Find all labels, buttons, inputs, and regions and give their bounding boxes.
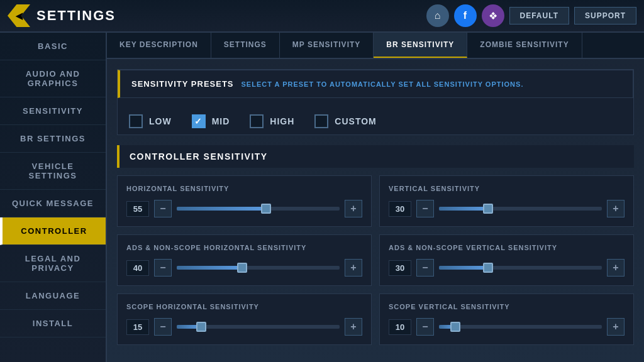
presets-title: SENSITIVITY PRESETS	[131, 79, 234, 89]
ads-horizontal-sensitivity-value: 40	[126, 260, 149, 276]
scope-vertical-sensitivity-card: SCOPE VERTICAL SENSITIVITY 10 − +	[379, 293, 634, 345]
horizontal-sensitivity-title: HORIZONTAL SENSITIVITY	[126, 185, 362, 192]
preset-custom-label: CUSTOM	[335, 116, 376, 126]
horizontal-sensitivity-value: 55	[126, 201, 149, 217]
horizontal-sensitivity-control: 55 − +	[126, 200, 362, 217]
sidebar-item-language[interactable]: LANGUAGE	[0, 282, 106, 310]
horizontal-sensitivity-slider[interactable]	[177, 207, 340, 211]
ads-vertical-sensitivity-value: 30	[389, 260, 411, 276]
vertical-sensitivity-slider[interactable]	[439, 207, 602, 211]
vertical-sensitivity-card: VERTICAL SENSITIVITY 30 − +	[379, 175, 634, 227]
presets-header: SENSITIVITY PRESETS SELECT A PRESET TO A…	[118, 70, 633, 98]
ads-vertical-sensitivity-control: 30 − +	[389, 259, 625, 277]
sidebar-item-audio-graphics[interactable]: AUDIO AND GRAPHICS	[0, 60, 106, 97]
ads-horizontal-sensitivity-card: ADS & NON-SCOPE HORIZONTAL SENSITIVITY 4…	[117, 234, 372, 286]
scope-horizontal-sensitivity-card: SCOPE HORIZONTAL SENSITIVITY 15 − +	[117, 293, 372, 345]
preset-high-label: HIGH	[270, 116, 294, 126]
scope-vertical-sensitivity-title: SCOPE VERTICAL SENSITIVITY	[389, 303, 625, 310]
back-button[interactable]: ◀	[8, 4, 30, 27]
ads-horizontal-sensitivity-slider[interactable]	[177, 266, 340, 270]
horizontal-sensitivity-thumb	[261, 204, 271, 214]
preset-high[interactable]: HIGH	[250, 114, 294, 128]
ads-horizontal-sensitivity-title: ADS & NON-SCOPE HORIZONTAL SENSITIVITY	[126, 244, 362, 251]
scope-vertical-sensitivity-plus[interactable]: +	[607, 318, 625, 336]
vertical-sensitivity-control: 30 − +	[389, 200, 625, 217]
default-button[interactable]: DEFAULT	[509, 7, 569, 25]
vertical-sensitivity-minus[interactable]: −	[416, 200, 434, 217]
vertical-sensitivity-thumb	[483, 204, 493, 214]
ads-horizontal-sensitivity-fill	[177, 266, 242, 270]
tab-bar: KEY DESCRIPTION SETTINGS MP SENSITIVITY …	[107, 33, 644, 59]
gem-icon[interactable]: ❖	[482, 4, 504, 27]
ads-vertical-sensitivity-title: ADS & NON-SCOPE VERTICAL SENSITIVITY	[389, 244, 625, 251]
sidebar-item-install[interactable]: INSTALL	[0, 310, 106, 337]
support-button[interactable]: SUPPORT	[574, 7, 636, 25]
scope-horizontal-sensitivity-title: SCOPE HORIZONTAL SENSITIVITY	[126, 303, 362, 310]
sidebar-item-sensitivity[interactable]: SENSITIVITY	[0, 97, 106, 125]
header: ◀ SETTINGS ⌂ f ❖ DEFAULT SUPPORT	[0, 0, 644, 33]
tab-zombie-sensitivity[interactable]: ZOMBIE SENSITIVITY	[467, 33, 582, 58]
horizontal-sensitivity-plus[interactable]: +	[345, 200, 362, 217]
scope-vertical-sensitivity-value: 10	[389, 319, 411, 335]
preset-low-checkbox[interactable]	[129, 114, 143, 128]
scope-horizontal-sensitivity-value: 15	[126, 319, 149, 335]
sidebar-item-quick-message[interactable]: QUICK MESSAGE	[0, 190, 106, 217]
ads-vertical-sensitivity-thumb	[483, 263, 493, 273]
preset-custom[interactable]: CUSTOM	[314, 114, 376, 128]
preset-high-checkbox[interactable]	[250, 114, 264, 128]
scope-vertical-sensitivity-thumb	[450, 322, 460, 332]
facebook-icon[interactable]: f	[454, 4, 477, 27]
controller-sensitivity-header: CONTROLLER SENSITIVITY	[117, 145, 634, 168]
horizontal-sensitivity-card: HORIZONTAL SENSITIVITY 55 − +	[117, 175, 372, 227]
ads-vertical-sensitivity-slider[interactable]	[439, 266, 602, 270]
sidebar-item-basic[interactable]: BASIC	[0, 33, 106, 60]
sensitivity-grid: HORIZONTAL SENSITIVITY 55 − + VERTICAL S…	[117, 175, 634, 345]
vertical-sensitivity-value: 30	[389, 201, 411, 217]
scope-horizontal-sensitivity-minus[interactable]: −	[154, 318, 172, 336]
ads-horizontal-sensitivity-plus[interactable]: +	[345, 259, 362, 277]
scope-horizontal-sensitivity-slider[interactable]	[177, 325, 340, 329]
sidebar-item-br-settings[interactable]: BR SETTINGS	[0, 125, 106, 153]
sidebar-item-legal-privacy[interactable]: LEGAL AND PRIVACY	[0, 245, 106, 282]
scope-horizontal-sensitivity-plus[interactable]: +	[345, 318, 362, 336]
ads-horizontal-sensitivity-minus[interactable]: −	[154, 259, 172, 277]
ads-vertical-sensitivity-minus[interactable]: −	[416, 259, 434, 277]
content-area: SENSITIVITY PRESETS SELECT A PRESET TO A…	[107, 59, 644, 362]
tab-settings[interactable]: SETTINGS	[211, 33, 280, 58]
scope-vertical-sensitivity-minus[interactable]: −	[416, 318, 434, 336]
presets-section: SENSITIVITY PRESETS SELECT A PRESET TO A…	[117, 69, 634, 135]
presets-options: LOW MID HIGH CUSTOM	[118, 108, 633, 134]
scope-vertical-sensitivity-control: 10 − +	[389, 318, 625, 336]
ads-vertical-sensitivity-plus[interactable]: +	[607, 259, 625, 277]
body: BASIC AUDIO AND GRAPHICS SENSITIVITY BR …	[0, 33, 644, 362]
vertical-sensitivity-plus[interactable]: +	[607, 200, 625, 217]
sidebar-item-controller[interactable]: CONTROLLER	[0, 217, 106, 245]
preset-low-label: LOW	[149, 116, 172, 126]
scope-horizontal-sensitivity-control: 15 − +	[126, 318, 362, 336]
ads-vertical-sensitivity-fill	[439, 266, 488, 270]
ads-vertical-sensitivity-card: ADS & NON-SCOPE VERTICAL SENSITIVITY 30 …	[379, 234, 634, 286]
scope-horizontal-sensitivity-thumb	[196, 322, 206, 332]
horizontal-sensitivity-minus[interactable]: −	[154, 200, 172, 217]
ads-horizontal-sensitivity-thumb	[237, 263, 247, 273]
main-content: KEY DESCRIPTION SETTINGS MP SENSITIVITY …	[107, 33, 644, 362]
ads-horizontal-sensitivity-control: 40 − +	[126, 259, 362, 277]
sidebar-item-vehicle-settings[interactable]: VEHICLE SETTINGS	[0, 153, 106, 190]
header-icons: ⌂ f ❖ DEFAULT SUPPORT	[426, 4, 636, 27]
tab-br-sensitivity[interactable]: BR SENSITIVITY	[374, 33, 467, 58]
vertical-sensitivity-title: VERTICAL SENSITIVITY	[389, 185, 625, 192]
sidebar: BASIC AUDIO AND GRAPHICS SENSITIVITY BR …	[0, 33, 107, 362]
preset-mid[interactable]: MID	[192, 114, 230, 128]
scope-vertical-sensitivity-slider[interactable]	[439, 325, 602, 329]
presets-subtitle: SELECT A PRESET TO AUTOMATICALLY SET ALL…	[242, 80, 524, 88]
tab-key-description[interactable]: KEY DESCRIPTION	[107, 33, 211, 58]
tab-mp-sensitivity[interactable]: MP SENSITIVITY	[280, 33, 374, 58]
preset-mid-checkbox[interactable]	[192, 114, 206, 128]
preset-custom-checkbox[interactable]	[314, 114, 328, 128]
home-icon[interactable]: ⌂	[426, 4, 449, 27]
preset-low[interactable]: LOW	[129, 114, 172, 128]
horizontal-sensitivity-fill	[177, 207, 266, 211]
vertical-sensitivity-fill	[439, 207, 488, 211]
preset-mid-label: MID	[212, 116, 230, 126]
page-title: SETTINGS	[36, 8, 426, 24]
